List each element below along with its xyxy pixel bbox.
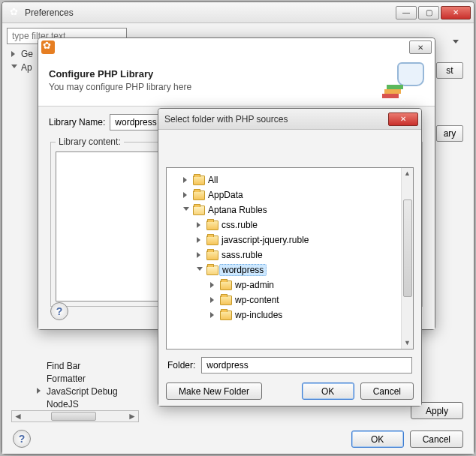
- tree-item[interactable]: Ap: [21, 62, 32, 73]
- library-icon: [382, 62, 424, 98]
- scroll-down-icon[interactable]: ▼: [402, 338, 413, 349]
- side-button[interactable]: ary: [436, 125, 463, 142]
- tree-item[interactable]: Formatter: [47, 374, 86, 384]
- expand-icon[interactable]: [197, 237, 203, 244]
- folder-icon: [220, 310, 232, 320]
- scroll-thumb[interactable]: [403, 200, 412, 297]
- expand-icon[interactable]: [197, 222, 203, 229]
- tree-item[interactable]: Find Bar: [47, 361, 80, 371]
- horizontal-scrollbar[interactable]: ◄ ►: [11, 410, 139, 422]
- library-name-label: Library Name:: [49, 117, 105, 128]
- scroll-left-icon[interactable]: ◄: [12, 411, 24, 422]
- select-folder-dialog: Select folder with PHP sources ✕ All App…: [158, 108, 422, 406]
- expand-icon[interactable]: [183, 177, 190, 184]
- expand-icon[interactable]: [183, 192, 190, 199]
- folder-icon: [220, 296, 232, 305]
- select-folder-titlebar[interactable]: Select folder with PHP sources ✕: [158, 109, 421, 130]
- tree-item[interactable]: wp-content: [235, 295, 279, 305]
- close-button[interactable]: ✕: [409, 40, 432, 54]
- collapse-icon[interactable]: [183, 207, 190, 214]
- side-button[interactable]: st: [436, 62, 463, 79]
- tree-item[interactable]: All: [208, 175, 218, 185]
- collapse-icon[interactable]: [11, 64, 18, 71]
- folder-tree[interactable]: All AppData Aptana Rubles css.ruble java…: [166, 167, 414, 350]
- tree-item[interactable]: NodeJS: [47, 399, 79, 410]
- help-icon[interactable]: ?: [13, 430, 31, 448]
- minimize-button[interactable]: —: [396, 6, 417, 20]
- expand-icon[interactable]: [210, 312, 217, 319]
- folder-icon: [206, 250, 218, 260]
- expand-icon[interactable]: [37, 388, 44, 394]
- help-icon[interactable]: ?: [50, 302, 68, 320]
- folder-icon: [193, 190, 205, 200]
- dialog-subtitle: You may configure PHP library here: [49, 82, 382, 92]
- scroll-right-icon[interactable]: ►: [126, 411, 138, 422]
- tree-item[interactable]: JavaScript Debug: [47, 386, 118, 397]
- configure-titlebar[interactable]: ✕: [38, 38, 435, 56]
- select-folder-title: Select folder with PHP sources: [164, 114, 388, 124]
- expand-icon[interactable]: [210, 297, 217, 304]
- folder-icon: [206, 220, 218, 230]
- gear-icon: [8, 7, 20, 19]
- folder-label: Folder:: [167, 360, 195, 370]
- folder-open-icon: [206, 266, 218, 275]
- tree-item[interactable]: sass.ruble: [221, 250, 263, 260]
- tree-item[interactable]: Ge: [21, 49, 33, 59]
- dialog-banner: Configure PHP Library You may configure …: [38, 56, 435, 106]
- folder-icon: [206, 236, 218, 245]
- view-menu-button[interactable]: [448, 34, 463, 49]
- preferences-title: Preferences: [25, 8, 396, 18]
- folder-icon: [220, 280, 232, 290]
- tree-item[interactable]: css.ruble: [221, 220, 258, 230]
- cancel-button[interactable]: Cancel: [410, 430, 463, 448]
- close-button[interactable]: ✕: [388, 112, 418, 126]
- cancel-button[interactable]: Cancel: [360, 382, 414, 400]
- scroll-up-icon[interactable]: ▲: [402, 168, 413, 179]
- vertical-scrollbar[interactable]: ▲ ▼: [401, 168, 413, 349]
- dialog-heading: Configure PHP Library: [49, 68, 382, 80]
- close-button[interactable]: ✕: [441, 6, 471, 20]
- tree-item[interactable]: wp-admin: [235, 280, 274, 290]
- library-content-label: Library content:: [56, 136, 124, 147]
- folder-open-icon: [193, 206, 205, 215]
- maximize-button[interactable]: ▢: [418, 6, 439, 20]
- tree-item[interactable]: javascript-jquery.ruble: [221, 235, 309, 245]
- ok-button[interactable]: OK: [302, 382, 354, 400]
- expand-icon[interactable]: [210, 282, 217, 289]
- scroll-thumb[interactable]: [51, 412, 96, 421]
- collapse-icon[interactable]: [197, 267, 203, 274]
- expand-icon[interactable]: [11, 51, 18, 58]
- tree-item[interactable]: wp-includes: [235, 310, 282, 320]
- ok-button[interactable]: OK: [351, 430, 404, 448]
- tree-item-selected[interactable]: wordpress: [219, 264, 267, 276]
- gear-icon: [41, 40, 55, 54]
- preferences-titlebar[interactable]: Preferences — ▢ ✕: [2, 2, 474, 23]
- tree-item[interactable]: Aptana Rubles: [208, 205, 267, 215]
- expand-icon[interactable]: [197, 252, 203, 259]
- make-new-folder-button[interactable]: Make New Folder: [166, 382, 262, 400]
- folder-icon: [193, 176, 205, 185]
- tree-item[interactable]: AppData: [208, 190, 243, 200]
- folder-input[interactable]: [201, 357, 412, 374]
